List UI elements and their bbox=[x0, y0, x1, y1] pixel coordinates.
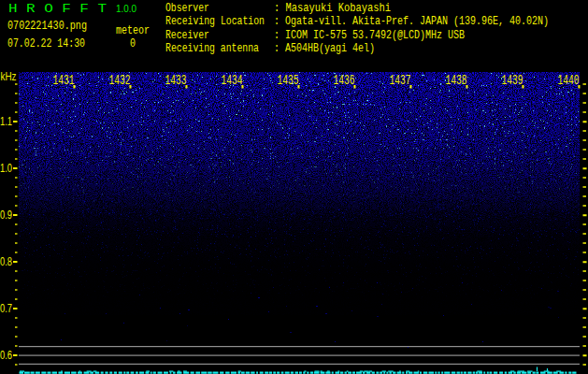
svg-text:Receiving antenna: Receiving antenna bbox=[165, 41, 259, 55]
svg-text:0.9: 0.9 bbox=[0, 209, 12, 222]
svg-text:Observer: Observer bbox=[165, 1, 209, 15]
svg-text:: Masayuki Kobayashi: : Masayuki Kobayashi bbox=[274, 1, 391, 15]
svg-text:0.6: 0.6 bbox=[0, 349, 12, 362]
svg-text:1439: 1439 bbox=[502, 73, 523, 89]
svg-text:Receiving Location: Receiving Location bbox=[165, 14, 265, 28]
svg-text:1435: 1435 bbox=[278, 73, 299, 89]
svg-text:07.02.22 14:30: 07.02.22 14:30 bbox=[7, 36, 85, 50]
svg-text:0.7: 0.7 bbox=[0, 302, 12, 315]
svg-text:1.1: 1.1 bbox=[0, 115, 12, 128]
svg-text:1436: 1436 bbox=[334, 73, 355, 89]
svg-text:1431: 1431 bbox=[53, 73, 75, 89]
svg-text:1432: 1432 bbox=[109, 73, 131, 89]
svg-text:1433: 1433 bbox=[165, 73, 187, 89]
svg-text:: ICOM IC-575 53.7492(@LCD)MHz: : ICOM IC-575 53.7492(@LCD)MHz USB bbox=[274, 28, 465, 42]
svg-text:meteor: meteor bbox=[116, 23, 150, 37]
svg-text:0: 0 bbox=[130, 36, 136, 50]
svg-text:0702221430.png: 0702221430.png bbox=[7, 19, 87, 33]
svg-text:kHz: kHz bbox=[1, 70, 17, 83]
svg-text:1.0: 1.0 bbox=[0, 162, 12, 175]
svg-text:: Ogata-vill. Akita-Pref. JAPA: : Ogata-vill. Akita-Pref. JAPAN (139.96E… bbox=[274, 14, 549, 28]
svg-text:Receiver: Receiver bbox=[165, 28, 209, 42]
svg-text:1438: 1438 bbox=[446, 73, 467, 89]
svg-text:1.0.0: 1.0.0 bbox=[116, 3, 136, 14]
svg-text:1440: 1440 bbox=[558, 73, 580, 89]
svg-text:H R O F F T: H R O F F T bbox=[8, 2, 107, 16]
svg-text:1437: 1437 bbox=[390, 73, 411, 89]
svg-text:0.8: 0.8 bbox=[0, 255, 12, 268]
svg-text:1434: 1434 bbox=[222, 73, 243, 89]
svg-text:: A504HB(yagi 4el): : A504HB(yagi 4el) bbox=[274, 41, 375, 55]
